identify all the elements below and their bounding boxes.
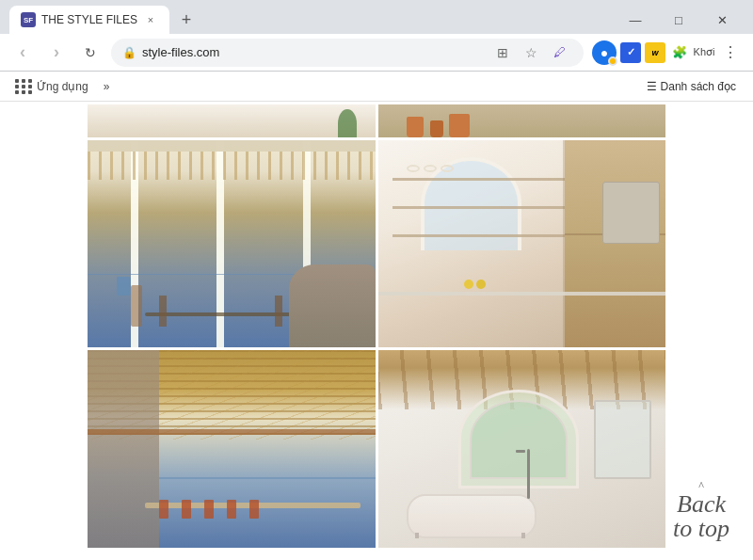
bookmarks-more-button[interactable]: » [98, 77, 116, 96]
reading-list-label: Danh sách đọc [661, 80, 736, 93]
security-lock-icon: 🔒 [122, 46, 136, 59]
pen-icon[interactable]: 🖊 [546, 40, 572, 66]
back-to-top-arrow-icon: ^ [673, 480, 729, 492]
address-bar: ‹ › ↻ 🔒 style-files.com ⊞ ☆ 🖊 ● ✓ w [0, 34, 753, 72]
outdoor-dining-image [88, 350, 376, 548]
back-to-top-button[interactable]: ^ Back to top [673, 480, 729, 541]
apps-label: Ứng dụng [37, 80, 88, 93]
new-tab-button[interactable]: + [173, 7, 200, 33]
url-actions: ⊞ ☆ 🖊 [489, 40, 572, 66]
bathroom-image [378, 350, 666, 548]
profile-button[interactable]: ● [591, 40, 617, 66]
reload-button[interactable]: ↻ [77, 40, 104, 66]
translate-icon[interactable]: ⊞ [489, 40, 516, 66]
window-controls: — □ ✕ [614, 6, 744, 34]
script-icon: Khơi [694, 46, 715, 58]
tab-close-button[interactable]: × [143, 12, 158, 27]
ext-check-button[interactable]: ✓ [619, 41, 642, 64]
maximize-button[interactable]: □ [657, 6, 700, 34]
profile-status-dot [608, 56, 617, 66]
apps-grid-icon [15, 79, 33, 94]
bookmarks-bar: Ứng dụng » ☰ Danh sách đọc [0, 72, 753, 102]
pergola-terrace-image [88, 140, 376, 347]
ext-script-button[interactable]: Khơi [693, 41, 715, 64]
ext-puzzle-button[interactable]: 🧩 [668, 41, 691, 64]
active-tab[interactable]: SF THE STYLE FILES × [9, 6, 169, 34]
browser-menu-button[interactable]: ⋮ [717, 40, 744, 66]
reading-list-icon: ☰ [647, 80, 657, 93]
title-bar: SF THE STYLE FILES × + — □ ✕ [0, 0, 753, 34]
tab-strip: SF THE STYLE FILES × + [9, 6, 200, 34]
ext-yellow-icon: w [645, 42, 665, 63]
toolbar-extensions: ● ✓ w 🧩 Khơi ⋮ [591, 40, 744, 66]
url-bar[interactable]: 🔒 style-files.com ⊞ ☆ 🖊 [111, 39, 584, 67]
kitchen-image [378, 140, 666, 347]
partial-image-left [88, 104, 376, 137]
back-to-top-text: Back to top [673, 492, 729, 541]
partial-images-row [85, 102, 668, 137]
ext-check-icon: ✓ [620, 42, 641, 63]
page-content[interactable]: ^ Back to top [0, 102, 753, 560]
ext-yellow-button[interactable]: w [644, 41, 666, 64]
apps-button[interactable]: Ứng dụng [9, 76, 94, 97]
forward-button[interactable]: › [43, 40, 70, 66]
url-text: style-files.com [142, 45, 484, 59]
tab-favicon: SF [21, 12, 36, 27]
bookmark-star-icon[interactable]: ☆ [518, 40, 544, 66]
image-grid [85, 137, 668, 551]
back-button[interactable]: ‹ [9, 40, 36, 66]
puzzle-icon: 🧩 [672, 45, 687, 59]
tab-title: THE STYLE FILES [41, 13, 137, 26]
partial-image-right [378, 104, 666, 137]
close-button[interactable]: ✕ [700, 6, 744, 34]
reading-list-button[interactable]: ☰ Danh sách đọc [639, 77, 744, 96]
minimize-button[interactable]: — [614, 6, 657, 34]
